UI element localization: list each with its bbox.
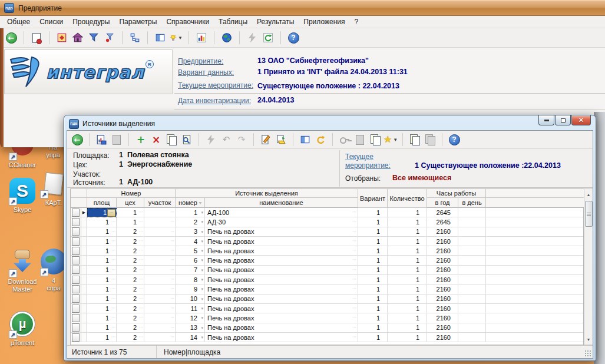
inventory-date-label[interactable]: Дата инвентаризации: xyxy=(178,97,251,105)
row-checkbox[interactable] xyxy=(71,246,81,256)
cell-ceh[interactable]: 2 xyxy=(117,237,144,246)
data-variant-label[interactable]: Вариант данных: xyxy=(178,68,234,77)
cell-nomer[interactable]: 6 xyxy=(176,256,205,265)
menu-spravochniki[interactable]: Справочники xyxy=(161,16,214,27)
cell-variant[interactable]: 1 xyxy=(358,208,388,217)
cell-kolichestvo[interactable]: 1 xyxy=(388,256,427,265)
panel-view-icon[interactable] xyxy=(299,133,312,146)
edit-document-icon[interactable] xyxy=(259,133,272,146)
cell-uchastok[interactable] xyxy=(144,266,176,275)
tree-icon[interactable] xyxy=(128,31,141,44)
cell-god[interactable]: 2160 xyxy=(427,294,458,304)
cell-uchastok[interactable] xyxy=(144,294,176,304)
globe-icon[interactable] xyxy=(220,31,233,44)
menu-help[interactable]: ? xyxy=(350,16,363,27)
cell-variant[interactable]: 1 xyxy=(358,304,388,313)
row-checkbox[interactable] xyxy=(71,256,81,265)
cell-kolichestvo[interactable]: 1 xyxy=(388,284,427,294)
cell-ceh[interactable]: 2 xyxy=(117,304,144,313)
cell-uchastok[interactable] xyxy=(144,323,176,333)
cell-nomer[interactable]: 7 xyxy=(176,266,205,275)
cell-nomer[interactable]: 12 xyxy=(176,313,205,323)
cell-den[interactable] xyxy=(458,304,486,313)
cell-kolichestvo[interactable]: 1 xyxy=(388,313,427,323)
cell-nomer[interactable]: 14 xyxy=(176,333,205,342)
cell-uchastok[interactable] xyxy=(144,227,176,237)
cell-god[interactable]: 2160 xyxy=(427,323,458,333)
restore-button[interactable] xyxy=(555,115,571,125)
cell-plosh[interactable]: 1 xyxy=(87,294,117,304)
cell-kolichestvo[interactable]: 1 xyxy=(388,246,427,256)
cell-plosh[interactable]: 1 xyxy=(87,217,117,227)
cell-ceh[interactable]: 2 xyxy=(117,275,144,284)
row-checkbox[interactable] xyxy=(71,237,81,246)
cell-plosh[interactable]: 1 xyxy=(87,333,117,342)
header-group-istochnik[interactable]: Источник выделения xyxy=(176,189,358,198)
site-map-icon[interactable] xyxy=(55,31,68,44)
cell-uchastok[interactable] xyxy=(144,237,176,246)
row-checkbox[interactable] xyxy=(71,284,81,294)
resize-grip[interactable] xyxy=(584,350,591,357)
row-checkbox[interactable] xyxy=(71,275,81,284)
cell-ceh[interactable]: 2 xyxy=(117,227,144,237)
cell-kolichestvo[interactable]: 1 xyxy=(388,304,427,313)
cell-uchastok[interactable] xyxy=(144,217,176,227)
vertical-scrollbar[interactable]: ▲ ▼ xyxy=(584,188,593,345)
cell-den[interactable] xyxy=(458,333,486,342)
back-button[interactable]: ← xyxy=(71,133,84,146)
cell-den[interactable] xyxy=(458,237,486,246)
cell-kolichestvo[interactable]: 1 xyxy=(388,208,427,217)
cell-name[interactable]: Печь на дровах xyxy=(205,323,358,333)
menu-tablicy[interactable]: Таблицы xyxy=(214,16,252,27)
row-checkbox[interactable] xyxy=(71,323,81,333)
cell-ceh[interactable]: 2 xyxy=(117,284,144,294)
cell-variant[interactable]: 1 xyxy=(358,227,388,237)
document-search-icon[interactable] xyxy=(180,133,193,146)
row-checkbox[interactable] xyxy=(71,227,81,237)
cell-name[interactable]: Печь на дровах xyxy=(205,246,358,256)
cell-ceh[interactable]: 2 xyxy=(117,333,144,342)
cell-plosh[interactable]: 1 xyxy=(87,304,117,313)
cell-god[interactable]: 2160 xyxy=(427,304,458,313)
multi-document-icon[interactable] xyxy=(369,133,382,146)
cell-variant[interactable]: 1 xyxy=(358,246,388,256)
menu-prilozheniya[interactable]: Приложения xyxy=(299,16,349,27)
cell-nomer[interactable]: 5 xyxy=(176,246,205,256)
cell-plosh[interactable]: 1 xyxy=(87,256,117,265)
cell-plosh[interactable]: 1 xyxy=(87,323,117,333)
row-checkbox[interactable] xyxy=(71,266,81,275)
header-ceh[interactable]: цех xyxy=(117,198,144,208)
cell-nomer[interactable]: 11 xyxy=(176,304,205,313)
cell-nomer[interactable]: 9 xyxy=(176,284,205,294)
cell-nomer[interactable]: 2 xyxy=(176,217,205,227)
cell-god[interactable]: 2160 xyxy=(427,313,458,323)
cell-variant[interactable]: 1 xyxy=(358,266,388,275)
cell-god[interactable]: 2160 xyxy=(427,246,458,256)
sources-titlebar[interactable]: ПДВ Источники выделения xyxy=(67,117,593,131)
current-event-label[interactable]: Текущее мероприятие: xyxy=(178,81,253,90)
cell-ceh[interactable]: 2 xyxy=(117,246,144,256)
cell-plosh[interactable]: 1 xyxy=(87,246,117,256)
header-group-nomer[interactable]: Номер xyxy=(87,189,176,198)
cell-uchastok[interactable] xyxy=(144,333,176,342)
cell-ceh[interactable]: 2 xyxy=(117,256,144,265)
menu-parametry[interactable]: Параметры xyxy=(114,16,161,27)
cell-name[interactable]: Печь на дровах xyxy=(205,333,358,342)
cell-plosh[interactable]: 1 xyxy=(87,208,117,217)
refresh-icon[interactable] xyxy=(262,31,275,44)
cell-nomer[interactable]: 4 xyxy=(176,237,205,246)
header-variant[interactable]: Вариант xyxy=(358,189,388,208)
header-group-chasy[interactable]: Часы работы xyxy=(427,189,486,198)
cell-kolichestvo[interactable]: 1 xyxy=(388,333,427,342)
report-icon[interactable] xyxy=(95,133,108,146)
cell-uchastok[interactable] xyxy=(144,275,176,284)
cell-variant[interactable]: 1 xyxy=(358,284,388,294)
cell-variant[interactable]: 1 xyxy=(358,217,388,227)
row-checkbox[interactable] xyxy=(71,217,81,227)
header-name[interactable]: наименование xyxy=(205,198,358,208)
cell-name[interactable]: АД-30 xyxy=(205,217,358,227)
current-event-label[interactable]: Текущее мероприятие: xyxy=(345,153,404,170)
cell-plosh[interactable]: 1 xyxy=(87,237,117,246)
lamp-icon[interactable]: ▼ xyxy=(170,31,183,44)
menu-obschee[interactable]: Общее xyxy=(2,16,35,27)
